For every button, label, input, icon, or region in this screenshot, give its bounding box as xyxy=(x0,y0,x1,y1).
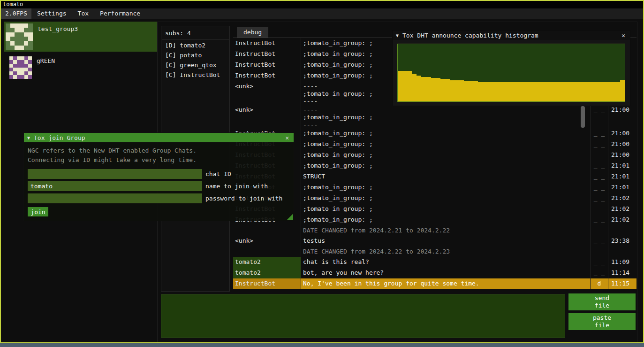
member-item[interactable]: [D] tomato2 xyxy=(161,40,229,50)
group-name: test_group3 xyxy=(38,23,78,50)
timestamp: 11:14 xyxy=(608,268,636,278)
delivery-status: d xyxy=(591,278,608,289)
histogram-bar xyxy=(431,78,436,101)
join-group-titlebar[interactable]: ▼ Tox join Group ✕ xyxy=(24,133,294,142)
timestamp: 21:00 xyxy=(608,139,636,150)
close-icon[interactable]: ✕ xyxy=(620,32,627,39)
message-input[interactable] xyxy=(161,294,565,338)
histogram-bar xyxy=(615,82,620,101)
join-name-label: name to join with xyxy=(205,183,268,190)
timestamp: 21:01 xyxy=(608,161,636,171)
message-row[interactable]: <unk>testus_ _23:38 xyxy=(233,236,636,247)
join-field-row: password to join with xyxy=(28,193,290,203)
members-header: subs: 4 xyxy=(161,26,229,39)
histogram-bar xyxy=(620,80,625,101)
histogram-bar xyxy=(596,82,601,101)
histogram-bar xyxy=(412,74,417,101)
join-group-title: Tox join Group xyxy=(34,134,280,141)
message-row[interactable]: tomato2chat is this real?_ _11:09 xyxy=(233,257,636,268)
join-password-input[interactable] xyxy=(28,193,202,203)
member-item[interactable]: [C] InstructBot xyxy=(161,70,229,80)
message-text: ----;tomato_in_group: ;---- xyxy=(301,105,591,128)
members-list: [D] tomato2[C] potato[C] green_qtox[C] I… xyxy=(161,40,229,80)
sender-name xyxy=(233,247,301,257)
histogram-bar xyxy=(445,79,450,101)
histogram-bar xyxy=(455,80,459,101)
message-text: ;tomato_in_group: ; xyxy=(301,215,591,225)
histogram-bar xyxy=(611,82,615,101)
delivery-status: _ _ xyxy=(591,236,608,247)
date-separator-row: DATE CHANGED from 2024.2.22 to 2024.2.23 xyxy=(233,247,636,257)
sender-name: InstructBot xyxy=(233,60,301,70)
join-name-input[interactable] xyxy=(28,181,202,191)
paste-file-button[interactable]: paste file xyxy=(568,313,636,330)
group-name: gREEN xyxy=(37,55,55,79)
members-separator xyxy=(162,39,229,39)
collapse-arrow-icon[interactable]: ▼ xyxy=(27,135,30,140)
message-row[interactable]: <unk>----;tomato_in_group: ;----_ _21:00 xyxy=(233,105,636,128)
timestamp: 21:02 xyxy=(608,193,636,204)
join-button[interactable]: join xyxy=(28,207,48,216)
message-text: No, I've been in this group for quite so… xyxy=(301,278,591,289)
group-item-gREEN[interactable]: gREEN xyxy=(4,54,158,81)
resize-grip[interactable] xyxy=(287,214,293,220)
menu-item-tox[interactable]: Tox xyxy=(72,8,94,19)
timestamp: 21:00 xyxy=(608,150,636,161)
timestamp xyxy=(608,247,636,257)
message-row[interactable]: tomato2bot, are you new here?_ _11:14 xyxy=(233,268,636,278)
sender-name: InstructBot xyxy=(233,49,301,60)
timestamp: 11:09 xyxy=(608,257,636,268)
collapse-arrow-icon[interactable]: ▼ xyxy=(396,33,399,38)
member-item[interactable]: [C] potato xyxy=(161,50,229,60)
member-item[interactable]: [C] green_qtox xyxy=(161,60,229,70)
delivery-status: _ _ xyxy=(591,105,608,128)
message-text: ;tomato_in_group: ; xyxy=(301,150,591,161)
join-fields: chat IDname to join withpassword to join… xyxy=(28,169,290,203)
delivery-status: _ _ xyxy=(591,257,608,268)
histogram-bar xyxy=(601,82,606,101)
app-window: tomato 2.0FPS SettingsToxPerformance tes… xyxy=(0,0,644,343)
chat-id-input[interactable] xyxy=(28,169,202,179)
histogram-bar xyxy=(568,82,573,101)
histogram-bar xyxy=(426,77,431,101)
group-avatar xyxy=(9,56,32,79)
histogram-bar xyxy=(478,82,483,101)
delivery-status: _ _ xyxy=(591,204,608,215)
histogram-bar xyxy=(606,82,610,101)
histogram-bar xyxy=(402,71,407,101)
delivery-status: _ _ xyxy=(591,182,608,193)
chat-id-label: chat ID xyxy=(205,170,231,177)
message-row[interactable]: InstructBotNo, I've been in this group f… xyxy=(233,278,636,289)
message-text: chat is this real? xyxy=(301,257,591,268)
histogram-bar xyxy=(450,80,455,101)
histogram-bar xyxy=(516,82,521,101)
dht-histogram-titlebar[interactable]: ▼ Tox DHT announce capability histogram … xyxy=(393,31,630,40)
histogram-bar xyxy=(483,82,487,101)
dht-histogram-title: Tox DHT announce capability histogram xyxy=(402,32,616,39)
histogram-bar xyxy=(563,82,568,101)
menu-item-settings[interactable]: Settings xyxy=(31,8,72,19)
delivery-status: _ _ xyxy=(591,161,608,171)
dht-histogram-plot xyxy=(397,44,625,102)
message-text: ;tomato_in_group: ; xyxy=(301,161,591,171)
histogram-bar xyxy=(492,82,497,101)
close-icon[interactable]: ✕ xyxy=(284,134,290,141)
delivery-status: _ _ xyxy=(591,171,608,182)
join-info-text: NGC refers to the New DHT enabled Group … xyxy=(28,146,290,165)
join-group-window: ▼ Tox join Group ✕ NGC refers to the New… xyxy=(23,132,294,221)
histogram-bar xyxy=(502,82,507,101)
histogram-bar xyxy=(591,82,596,101)
send-file-button[interactable]: send file xyxy=(568,293,636,310)
message-text: STRUCT xyxy=(301,171,591,182)
histogram-bar xyxy=(521,82,525,101)
histogram-bar xyxy=(582,82,587,101)
delivery-status: _ _ xyxy=(591,268,608,278)
menu-item-performance[interactable]: Performance xyxy=(94,8,146,19)
dht-histogram-window: ▼ Tox DHT announce capability histogram … xyxy=(392,30,630,106)
tab-debug[interactable]: debug xyxy=(237,27,268,38)
group-item-test_group3[interactable]: test_group3 xyxy=(4,22,158,52)
histogram-bar xyxy=(473,81,478,101)
join-group-body: NGC refers to the New DHT enabled Group … xyxy=(24,142,294,221)
sender-name: tomato2 xyxy=(233,268,301,278)
chat-scrollbar[interactable] xyxy=(581,106,585,128)
